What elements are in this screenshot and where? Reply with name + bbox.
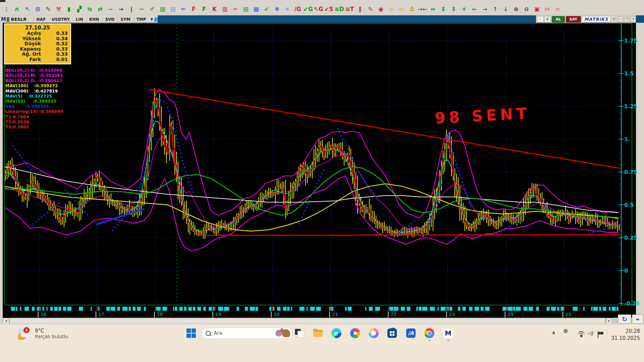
svg-text:1.5: 1.5 — [624, 70, 634, 77]
desktop: ⋮∩↖⊞✎⚒▮▞⇆⇄−→❙~✐▨▧✏FFK▥✂▤▩✔❋✳/G↙G↖G↙S≡D≡T… — [0, 0, 644, 362]
svg-text:1.75: 1.75 — [624, 38, 637, 44]
indicator-value: Linearreg(14) :0.306849 — [5, 109, 63, 114]
weather-icon: 5 — [17, 328, 32, 341]
indicator-value: MAV(200) :0.427819 — [5, 88, 63, 94]
tooltip-rows: Açılış0.33Yüksek0.34Düşük0.32Kapanış0.33… — [5, 31, 70, 62]
wifi-icon[interactable] — [578, 331, 585, 337]
taskbar-app-store-icon[interactable] — [387, 328, 397, 339]
taskbar-app-matriks-icon[interactable]: M — [443, 328, 453, 339]
taskbar-app-copilot-icon[interactable] — [368, 328, 379, 339]
taskbar-app-edge-icon[interactable]: e — [331, 328, 342, 339]
svg-text:22: 22 — [390, 312, 396, 317]
indicator-value: SAR :0.398333 — [5, 104, 63, 109]
weather-widget[interactable]: 5 9°C Parçalı bulutlu — [17, 328, 68, 341]
svg-text:25: 25 — [565, 312, 571, 317]
svg-text:19: 19 — [215, 312, 221, 317]
indicator-value: MAV(5) :0.322725 — [5, 94, 63, 99]
tray-chevron-icon[interactable]: ∧ — [552, 330, 555, 335]
taskbar-app-paint-icon[interactable] — [350, 328, 361, 339]
start-button[interactable] — [186, 328, 196, 338]
svg-text:0.25: 0.25 — [624, 235, 637, 241]
svg-text:18: 18 — [157, 312, 163, 317]
svg-text:20: 20 — [274, 312, 280, 317]
search-placeholder: Ara — [214, 330, 275, 336]
svg-text:23: 23 — [449, 312, 455, 317]
refresh-button[interactable]: ↻ — [618, 314, 631, 324]
tooltip-row: Fark0.01 — [5, 57, 70, 62]
svg-text:1.25: 1.25 — [624, 103, 637, 110]
svg-text:★: ★ — [444, 132, 451, 141]
svg-text:0.75: 0.75 — [624, 169, 637, 175]
indicator-value: T2:0.3936 — [5, 119, 63, 124]
weather-temp: 9°C — [35, 328, 68, 334]
search-input[interactable]: Ara — [201, 327, 292, 339]
svg-text:21: 21 — [332, 312, 338, 317]
indicator-value: MAV(50) :0.380525 — [5, 99, 63, 104]
indicator-value: BOL(20,2) D: :0.290417 — [5, 78, 63, 83]
indicator-value: T1:0.7604 — [5, 114, 63, 119]
bar-step-buttons[interactable]: ◂▸ — [632, 314, 643, 324]
weather-condition: Parçalı bulutlu — [35, 334, 68, 339]
tooltip-row: Düşük0.32 — [5, 41, 70, 47]
indicator-value: BOL(20,2) M: :0.352381 — [5, 73, 63, 78]
taskbar-app-task-view-icon[interactable] — [294, 328, 305, 339]
bing-daily-image — [275, 328, 290, 338]
chrome-running-indicator — [428, 340, 430, 341]
tray-time: 20:28 — [608, 328, 640, 335]
volume-icon[interactable]: ◁) — [588, 330, 593, 336]
ohlc-tooltip: 27.10.25 Açılış0.33Yüksek0.34Düşük0.32Ka… — [4, 23, 71, 64]
matriks-running-indicator — [447, 340, 449, 341]
svg-text:1.: 1. — [624, 136, 630, 142]
tooltip-row: Yüksek0.34 — [5, 36, 70, 42]
taskbar-app-chrome-icon[interactable] — [424, 328, 435, 339]
indicator-values-panel: BOL(20,2) U: :0.414346BOL(20,2) M: :0.35… — [5, 68, 63, 130]
tray-date: 31.10.2025 — [608, 335, 640, 342]
tooltip-row: Kapanış0.33 — [5, 47, 70, 52]
svg-text:-0.25: -0.25 — [624, 300, 640, 307]
taskbar-app-file-explorer-icon[interactable] — [313, 328, 323, 339]
svg-text:17: 17 — [98, 312, 104, 317]
taskbar-app-matriks-iq-icon[interactable]: /A — [406, 328, 416, 339]
svg-text:0.5: 0.5 — [624, 202, 634, 208]
search-icon — [206, 331, 211, 336]
notification-badge: 5 — [23, 327, 30, 333]
indicator-value: T3:0.2802 — [5, 124, 63, 129]
tooltip-row: Ağ. Ort0.33 — [5, 52, 70, 57]
tooltip-date: 27.10.25 — [5, 25, 70, 31]
clock-widget[interactable]: 20:28 31.10.2025 — [608, 328, 640, 342]
tooltip-row: Açılış0.33 — [5, 31, 70, 36]
scrollbar-thumb[interactable] — [9, 318, 606, 323]
svg-text:16: 16 — [41, 312, 47, 317]
battery-icon[interactable] — [598, 330, 598, 337]
svg-text:0: 0 — [624, 267, 628, 274]
svg-text:24: 24 — [507, 312, 514, 317]
price-chart[interactable]: 1.751.51.251.0.750.50.250-0.251617181920… — [0, 0, 644, 324]
indicator-value: BOL(20,2) U: :0.414346 — [5, 68, 63, 73]
indicator-value: MAV(100) :0.399272 — [5, 83, 63, 88]
